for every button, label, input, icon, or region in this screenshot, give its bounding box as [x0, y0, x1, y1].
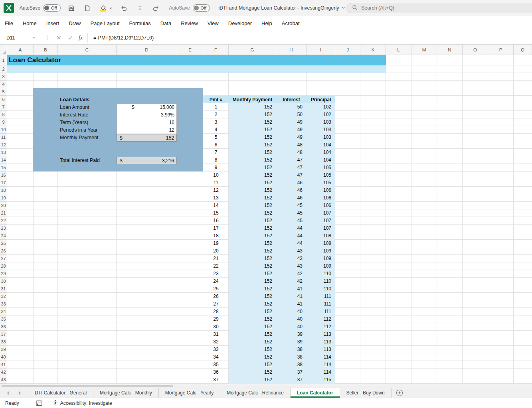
monthly-payment-cell[interactable]: 152	[229, 171, 276, 179]
column-header-N[interactable]: N	[437, 45, 463, 55]
interest-cell[interactable]: 41	[276, 285, 307, 293]
interest-cell[interactable]: 47	[276, 171, 307, 179]
column-header-C[interactable]: C	[58, 45, 117, 55]
column-header-J[interactable]: J	[335, 45, 360, 55]
row-header-7[interactable]: 7	[0, 103, 7, 111]
principal-cell[interactable]: 107	[307, 225, 335, 232]
loan-field-value-cell[interactable]: 3.99%	[117, 111, 177, 119]
pmt-number-cell[interactable]: 25	[203, 285, 229, 293]
row-header-42[interactable]: 42	[0, 369, 7, 376]
monthly-payment-cell[interactable]: 152	[229, 255, 276, 262]
monthly-payment-cell[interactable]: 152	[229, 202, 276, 209]
sheet-tab-mortgage-calc-monthly[interactable]: Mortgage Calc - Monthly	[93, 388, 159, 398]
row-header-35[interactable]: 35	[0, 315, 7, 323]
column-header-I[interactable]: I	[307, 45, 335, 55]
menu-item-draw[interactable]: Draw	[64, 16, 85, 31]
tabs-scroll-left-icon[interactable]	[6, 388, 11, 398]
interest-cell[interactable]: 47	[276, 164, 307, 171]
interest-cell[interactable]: 41	[276, 293, 307, 300]
principal-cell[interactable]: 109	[307, 262, 335, 270]
principal-cell[interactable]: 103	[307, 126, 335, 134]
interest-cell[interactable]: 49	[276, 134, 307, 141]
row-header-37[interactable]: 37	[0, 331, 7, 338]
sheet-title-band[interactable]: Loan Calculator	[7, 55, 386, 65]
row-header-16[interactable]: 16	[0, 171, 7, 179]
column-header-A[interactable]: A	[7, 45, 34, 55]
column-header-L[interactable]: L	[386, 45, 411, 55]
principal-cell[interactable]: 106	[307, 202, 335, 209]
interest-cell[interactable]: 45	[276, 217, 307, 225]
interest-cell[interactable]: 37	[276, 369, 307, 376]
add-sheet-button[interactable]	[392, 388, 407, 398]
row-header-10[interactable]: 10	[0, 126, 7, 134]
row-header-1[interactable]: 1	[0, 55, 7, 65]
row-header-15[interactable]: 15	[0, 164, 7, 171]
monthly-payment-cell[interactable]: 152	[229, 323, 276, 331]
monthly-payment-cell[interactable]: 152	[229, 194, 276, 202]
sheet-tab-mortgage-calc-refinance[interactable]: Mortgage Calc - Refinance	[220, 388, 291, 398]
pmt-number-cell[interactable]: 17	[203, 225, 229, 232]
principal-cell[interactable]: 114	[307, 353, 335, 361]
loan-field-value-cell[interactable]: $152	[117, 134, 177, 142]
monthly-payment-cell[interactable]: 152	[229, 293, 276, 300]
new-document-icon[interactable]	[83, 3, 92, 13]
monthly-payment-cell[interactable]: 152	[229, 111, 276, 118]
interest-cell[interactable]: 39	[276, 331, 307, 338]
monthly-payment-cell[interactable]: 152	[229, 285, 276, 293]
interest-cell[interactable]: 44	[276, 240, 307, 247]
search-input[interactable]: Search (Alt+Q)	[346, 3, 532, 13]
row-header-5[interactable]: 5	[0, 88, 7, 96]
menu-item-formulas[interactable]: Formulas	[125, 16, 156, 31]
interest-cell[interactable]: 45	[276, 209, 307, 217]
row-header-22[interactable]: 22	[0, 217, 7, 225]
monthly-payment-cell[interactable]: 152	[229, 247, 276, 255]
row-header-39[interactable]: 39	[0, 346, 7, 353]
monthly-payment-cell[interactable]: 152	[229, 308, 276, 315]
monthly-payment-cell[interactable]: 152	[229, 232, 276, 240]
interest-cell[interactable]: 49	[276, 118, 307, 126]
interest-cell[interactable]: 46	[276, 194, 307, 202]
menu-item-data[interactable]: Data	[156, 16, 176, 31]
pmt-number-cell[interactable]: 34	[203, 353, 229, 361]
column-header-H[interactable]: H	[276, 45, 307, 55]
monthly-payment-cell[interactable]: 152	[229, 179, 276, 187]
principal-cell[interactable]: 115	[307, 376, 335, 384]
excel-logo-icon[interactable]	[4, 3, 14, 13]
column-header-F[interactable]: F	[203, 45, 229, 55]
menu-item-page-layout[interactable]: Page Layout	[86, 16, 125, 31]
principal-cell[interactable]: 110	[307, 285, 335, 293]
principal-cell[interactable]: 104	[307, 156, 335, 164]
monthly-payment-cell[interactable]: 152	[229, 361, 276, 369]
interest-cell[interactable]: 37	[276, 376, 307, 384]
pmt-number-cell[interactable]: 5	[203, 134, 229, 141]
pmt-number-cell[interactable]: 2	[203, 111, 229, 118]
row-header-4[interactable]: 4	[0, 81, 7, 88]
menu-item-file[interactable]: File	[0, 16, 18, 31]
row-header-17[interactable]: 17	[0, 179, 7, 187]
horizontal-scrollbar-thumb[interactable]	[2, 385, 173, 387]
monthly-payment-cell[interactable]: 152	[229, 331, 276, 338]
interest-cell[interactable]: 39	[276, 338, 307, 346]
pmt-number-cell[interactable]: 8	[203, 156, 229, 164]
interest-cell[interactable]: 42	[276, 270, 307, 278]
name-box[interactable]: D11	[2, 33, 39, 43]
tabs-scroll-right-icon[interactable]	[17, 388, 22, 398]
row-header-38[interactable]: 38	[0, 338, 7, 346]
row-header-36[interactable]: 36	[0, 323, 7, 331]
row-header-40[interactable]: 40	[0, 353, 7, 361]
pmt-number-cell[interactable]: 29	[203, 315, 229, 323]
pmt-number-cell[interactable]: 28	[203, 308, 229, 315]
menu-item-review[interactable]: Review	[176, 16, 203, 31]
principal-cell[interactable]: 104	[307, 149, 335, 156]
row-header-43[interactable]: 43	[0, 376, 7, 384]
fill-color-icon[interactable]	[99, 3, 108, 13]
undo-icon[interactable]	[120, 3, 129, 13]
sheet-tab-mortgage-calc-yearly[interactable]: Mortgage Calc - Yearly	[159, 388, 220, 398]
monthly-payment-cell[interactable]: 152	[229, 209, 276, 217]
monthly-payment-cell[interactable]: 152	[229, 315, 276, 323]
menu-item-view[interactable]: View	[203, 16, 223, 31]
principal-cell[interactable]: 111	[307, 300, 335, 308]
pmt-number-cell[interactable]: 7	[203, 149, 229, 156]
row-header-13[interactable]: 13	[0, 149, 7, 156]
sheet-canvas[interactable]: Loan Calculator Loan Details Loan Amount…	[7, 55, 532, 384]
